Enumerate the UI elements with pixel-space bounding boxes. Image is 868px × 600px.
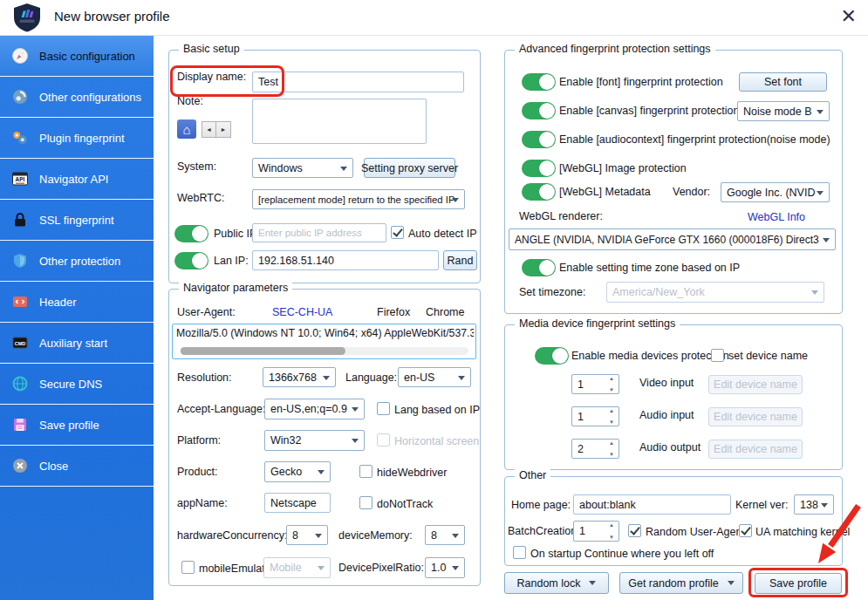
kernel-ver-select[interactable]: 138 (794, 494, 834, 515)
sidebar-item-secure-dns[interactable]: Secure DNS (0, 364, 154, 405)
note-arrow-buttons: ◄ ► (202, 121, 231, 138)
sidebar-item-other-protection[interactable]: Other protection (0, 241, 154, 282)
device-memory-label: deviceMemory: (338, 529, 413, 542)
horizontal-screen-checkbox (377, 433, 390, 447)
webrtc-select[interactable]: [replacement mode] return to the specifi… (252, 189, 465, 209)
sidebar-item-label: Basic configuration (39, 50, 135, 63)
sidebar-item-header[interactable]: Header (0, 282, 154, 323)
mobile-select: Mobile (263, 557, 331, 578)
audiocontext-protection-toggle[interactable] (522, 131, 556, 148)
chrome-option[interactable]: Chrome (426, 306, 464, 319)
device-pixel-ratio-select[interactable]: 1.0 (425, 557, 465, 578)
language-select[interactable]: en-US (398, 367, 471, 387)
vendor-select[interactable]: Google Inc. (NVID (721, 182, 830, 202)
user-agent-textarea[interactable]: Mozilla/5.0 (Windows NT 10.0; Win64; x64… (172, 324, 476, 359)
public-ip-input[interactable]: Enter public IP address (252, 223, 386, 242)
close-icon[interactable]: ✕ (841, 4, 857, 29)
canvas-protection-toggle[interactable] (522, 102, 556, 119)
platform-label: Platform: (177, 434, 221, 447)
noise-mode-select[interactable]: Noise mode B (737, 101, 830, 121)
note-textarea[interactable] (252, 99, 427, 144)
device-memory-select[interactable]: 8 (425, 525, 465, 545)
sidebar-item-label: Other configurations (39, 91, 141, 104)
webgl-info-link[interactable]: WebGL Info (748, 211, 805, 224)
sidebar-item-plugin-fingerprint[interactable]: Plugin fingerprint (0, 118, 154, 159)
firefox-option[interactable]: Firefox (377, 306, 410, 319)
set-device-name-label: set device name (728, 350, 808, 363)
ua-matching-kernel-checkbox[interactable] (739, 524, 752, 537)
webgl-metadata-toggle[interactable] (522, 183, 556, 201)
platform-select[interactable]: Win32 (264, 430, 365, 451)
sec-ch-ua-link[interactable]: SEC-CH-UA (272, 306, 332, 319)
appname-input[interactable]: Netscape (264, 493, 331, 513)
webgl-image-protection-toggle[interactable] (522, 160, 556, 177)
mobile-emulation-checkbox[interactable] (181, 561, 195, 574)
random-user-agent-checkbox[interactable] (628, 524, 641, 537)
lan-ip-toggle[interactable] (174, 252, 208, 269)
sidebar-item-label: Header (39, 296, 77, 309)
sidebar-item-navigator-api[interactable]: API Navigator API (0, 159, 154, 200)
chevron-down-icon (728, 581, 735, 585)
public-ip-toggle[interactable] (174, 225, 208, 242)
set-font-button[interactable]: Set font (739, 72, 827, 92)
lan-ip-input[interactable]: 192.168.51.140 (252, 250, 439, 270)
display-name-label: Display name: (177, 71, 246, 84)
rand-button[interactable]: Rand (443, 250, 477, 270)
chevron-down-icon (589, 581, 596, 585)
accept-language-select[interactable]: en-US,en;q=0.9 (264, 399, 365, 419)
audio-input-spinner[interactable]: 1 (571, 406, 619, 426)
save-profile-button[interactable]: Save profile (755, 573, 842, 594)
do-not-track-checkbox[interactable] (359, 496, 372, 509)
timezone-by-ip-toggle[interactable] (522, 259, 556, 276)
timezone-select: America/New_York (606, 282, 824, 303)
batch-creation-spinner[interactable]: 1 (573, 521, 619, 542)
sidebar-item-ssl-fingerprint[interactable]: SSL fingerprint (0, 200, 154, 241)
set-device-name-checkbox[interactable] (711, 349, 724, 362)
sidebar-item-other-configurations[interactable]: Other configurations (0, 77, 154, 118)
audio-output-spinner[interactable]: 2 (571, 439, 619, 459)
arrow-right-button[interactable]: ► (216, 121, 231, 138)
system-select[interactable]: Windows (252, 158, 353, 178)
language-label: Language: (345, 372, 397, 385)
hardware-concurrency-select[interactable]: 8 (286, 525, 328, 545)
user-agent-value: Mozilla/5.0 (Windows NT 10.0; Win64; x64… (176, 327, 474, 339)
webrtc-label: WebRTC: (177, 192, 224, 205)
product-label: Product: (177, 466, 218, 479)
get-random-profile-button[interactable]: Get random profile (619, 572, 743, 594)
webgl-renderer-select[interactable]: ANGLE (NVIDIA, NVIDIA GeForce GTX 1660 (… (509, 228, 836, 250)
on-startup-continue-checkbox[interactable] (513, 546, 526, 559)
lan-ip-label: Lan IP: (214, 255, 249, 268)
video-input-label: Video input (639, 377, 694, 390)
product-select[interactable]: Gecko (264, 461, 331, 482)
sidebar-item-close[interactable]: Close (0, 446, 154, 487)
sidebar-item-auxiliary-start[interactable]: CMD Auxiliary start (0, 323, 154, 364)
timezone-by-ip-label: Enable setting time zone based on IP (559, 262, 740, 275)
ua-scrollbar-thumb[interactable] (181, 347, 345, 355)
webgl-metadata-label: [WebGL] Metadata (559, 186, 651, 199)
font-protection-toggle[interactable] (522, 73, 556, 91)
hide-webdriver-checkbox[interactable] (359, 465, 372, 478)
sidebar-item-label: Navigator API (39, 173, 109, 186)
random-lock-button[interactable]: Random lock (504, 572, 609, 594)
arrow-left-button[interactable]: ◄ (202, 121, 216, 138)
display-name-input[interactable]: Test (252, 72, 464, 92)
setting-proxy-server-button[interactable]: Setting proxy server (364, 158, 455, 178)
header-icon (11, 293, 29, 310)
dialog-title: New browser profile (54, 9, 170, 24)
settings-icon (11, 88, 29, 106)
sidebar-item-label: Other protection (39, 255, 120, 268)
sidebar-item-save-profile[interactable]: Save profile (0, 405, 154, 446)
media-devices-protection-toggle[interactable] (535, 347, 569, 365)
webgl-renderer-label: WebGL renderer: (519, 210, 603, 223)
do-not-track-label: doNotTrack (377, 498, 433, 511)
home-icon[interactable]: ⌂ (177, 119, 196, 139)
auto-detect-ip-checkbox[interactable] (391, 226, 404, 239)
user-agent-label: User-Agent: (177, 306, 236, 319)
home-page-input[interactable]: about:blank (573, 494, 731, 515)
on-startup-continue-label: On startup Continue where you left off (530, 548, 714, 561)
hardware-concurrency-label: hardwareConcurrency: (177, 529, 287, 542)
video-input-spinner[interactable]: 1 (571, 374, 619, 394)
lang-based-on-ip-checkbox[interactable] (377, 402, 390, 415)
sidebar-item-basic-configuration[interactable]: Basic configuration (0, 36, 154, 77)
resolution-select[interactable]: 1366x768 (263, 367, 336, 387)
